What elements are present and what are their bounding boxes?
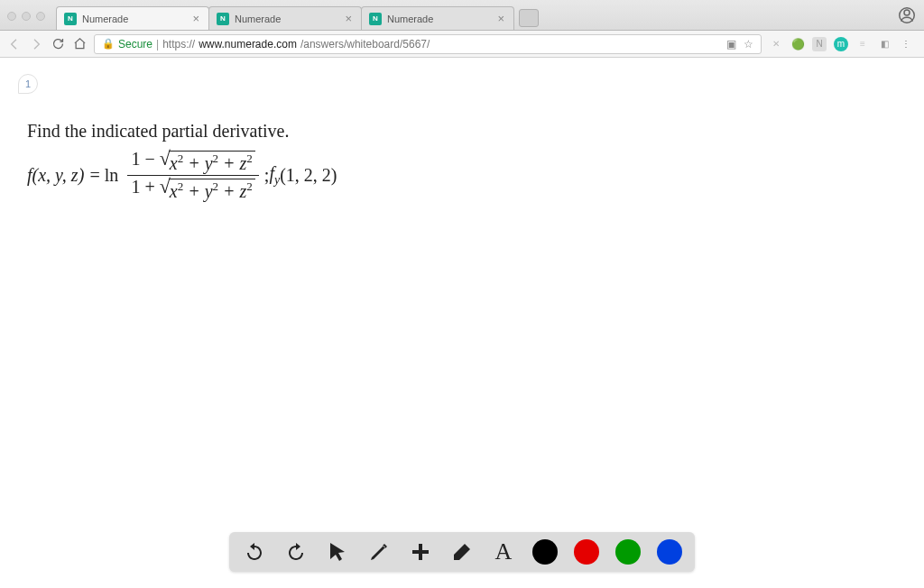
profile-icon[interactable] (899, 7, 915, 23)
close-icon[interactable]: × (343, 12, 354, 25)
ext-icon-6[interactable]: ◧ (877, 37, 892, 51)
separator: | (156, 38, 159, 51)
fraction: 1 − √x2 + y2 + z2 1 + √x2 + y2 + z2 (127, 149, 258, 201)
color-red[interactable] (574, 539, 599, 565)
tab-2[interactable]: N Numerade × (208, 6, 362, 30)
forward-button[interactable] (29, 37, 43, 51)
tab-title: Numerade (387, 14, 495, 24)
ext-icon-2[interactable]: 🟢 (790, 37, 805, 51)
add-tool[interactable] (408, 539, 433, 565)
text-tool[interactable]: A (491, 539, 516, 565)
close-icon[interactable]: × (495, 12, 506, 25)
back-button[interactable] (7, 37, 22, 51)
page-content: 1 Find the indicated partial derivative.… (0, 58, 924, 588)
bookmark-icon[interactable]: ☆ (744, 38, 753, 51)
camera-icon[interactable]: ▣ (726, 38, 736, 51)
color-blue[interactable] (657, 539, 682, 565)
ext-icon-5[interactable]: ≡ (855, 37, 870, 51)
ext-icon-1[interactable]: ✕ (769, 37, 783, 51)
page-number-badge[interactable]: 1 (18, 74, 38, 94)
pointer-tool[interactable] (325, 539, 350, 565)
ext-icon-4[interactable]: m (834, 37, 848, 51)
lock-icon: 🔒 (102, 38, 115, 50)
traffic-min[interactable] (22, 12, 31, 21)
page-number: 1 (25, 78, 31, 89)
undo-button[interactable] (242, 539, 267, 565)
eval-point: (1, 2, 2) (280, 165, 337, 186)
problem-title: Find the indicated partial derivative. (27, 121, 337, 142)
extensions: ✕ 🟢 N m ≡ ◧ ⋮ (769, 37, 917, 51)
tab-title: Numerade (235, 14, 343, 24)
ext-icon-3[interactable]: N (812, 37, 827, 51)
tab-title: Numerade (82, 14, 190, 24)
pencil-tool[interactable] (366, 539, 392, 565)
new-tab-button[interactable] (519, 9, 539, 27)
tab-3[interactable]: N Numerade × (361, 6, 514, 30)
window-controls (7, 12, 56, 30)
close-icon[interactable]: × (190, 12, 201, 25)
problem-block: Find the indicated partial derivative. f… (27, 121, 337, 201)
menu-icon[interactable]: ⋮ (899, 37, 913, 51)
url-input[interactable]: 🔒 Secure | https://www.numerade.com/answ… (94, 34, 762, 54)
address-bar: 🔒 Secure | https://www.numerade.com/answ… (0, 31, 924, 58)
tabs-container: N Numerade × N Numerade × N Numerade × (56, 0, 539, 30)
tab-1[interactable]: N Numerade × (56, 6, 209, 30)
traffic-close[interactable] (7, 12, 16, 21)
redo-button[interactable] (283, 539, 309, 565)
svg-point-0 (904, 10, 910, 15)
equation: f(x, y, z) = ln 1 − √x2 + y2 + z2 1 + √x… (27, 149, 337, 201)
favicon-icon: N (369, 13, 382, 25)
whiteboard-toolbar: A (229, 532, 695, 572)
ln: ln (105, 165, 119, 186)
browser-tab-strip: N Numerade × N Numerade × N Numerade × (0, 0, 924, 31)
home-button[interactable] (72, 37, 87, 51)
eraser-tool[interactable] (449, 539, 475, 565)
traffic-max[interactable] (36, 12, 45, 21)
url-path: /answers/whiteboard/5667/ (300, 38, 430, 51)
secure-label: Secure (118, 38, 152, 51)
url-host: www.numerade.com (199, 38, 297, 51)
lhs: f(x, y, z) = (27, 165, 101, 186)
denominator: 1 + √x2 + y2 + z2 (127, 177, 258, 202)
color-green[interactable] (615, 539, 641, 565)
url-scheme: https:// (162, 38, 195, 51)
color-black[interactable] (532, 539, 558, 565)
reload-button[interactable] (51, 37, 65, 51)
numerator: 1 − √x2 + y2 + z2 (127, 149, 258, 174)
favicon-icon: N (64, 13, 77, 25)
fy: fy (269, 163, 280, 188)
favicon-icon: N (217, 13, 229, 25)
